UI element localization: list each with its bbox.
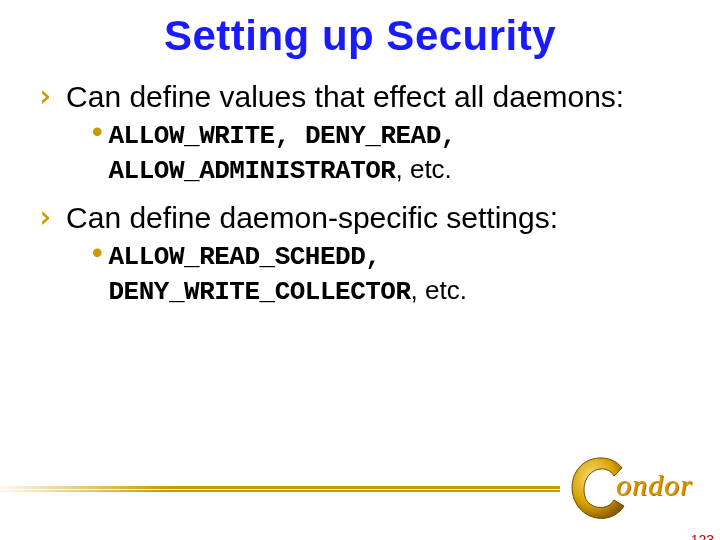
bullet-l1: › Can define daemon-specific settings:: [36, 199, 684, 237]
bullet-marker-icon: ›: [36, 199, 54, 235]
subbullet-marker-icon: •: [92, 118, 103, 145]
bullet-marker-icon: ›: [36, 78, 54, 114]
condor-logo: ondor: [560, 448, 710, 528]
logo-text: ondor: [616, 468, 693, 502]
bullet-l2: • ALLOW_READ_SCHEDD, DENY_WRITE_COLLECTO…: [92, 239, 684, 311]
code-token: ALLOW_WRITE: [109, 121, 275, 151]
code-token: ALLOW_ADMINISTRATOR: [109, 156, 396, 186]
code-tail: , etc.: [395, 154, 451, 184]
subbullet-marker-icon: •: [92, 239, 103, 266]
bullet-text: Can define daemon-specific settings:: [66, 199, 684, 237]
code-sep: ,: [441, 121, 456, 151]
subbullet-text: ALLOW_READ_SCHEDD, DENY_WRITE_COLLECTOR,…: [109, 239, 684, 311]
code-token: DENY_WRITE_COLLECTOR: [109, 277, 411, 307]
subbullet-text: ALLOW_WRITE, DENY_READ, ALLOW_ADMINISTRA…: [109, 118, 684, 190]
slide-content: › Can define values that effect all daem…: [0, 78, 720, 310]
code-sep: ,: [275, 121, 305, 151]
slide-title: Setting up Security: [0, 12, 720, 60]
code-token: ALLOW_READ_SCHEDD: [109, 242, 366, 272]
bullet-l2: • ALLOW_WRITE, DENY_READ, ALLOW_ADMINIST…: [92, 118, 684, 190]
bullet-text: Can define values that effect all daemon…: [66, 78, 684, 116]
code-tail: , etc.: [411, 275, 467, 305]
page-number: 123: [691, 532, 714, 540]
slide: Setting up Security › Can define values …: [0, 12, 720, 540]
code-sep: ,: [365, 242, 380, 272]
footer-divider: [0, 486, 560, 494]
code-token: DENY_READ: [305, 121, 441, 151]
bullet-l1: › Can define values that effect all daem…: [36, 78, 684, 116]
